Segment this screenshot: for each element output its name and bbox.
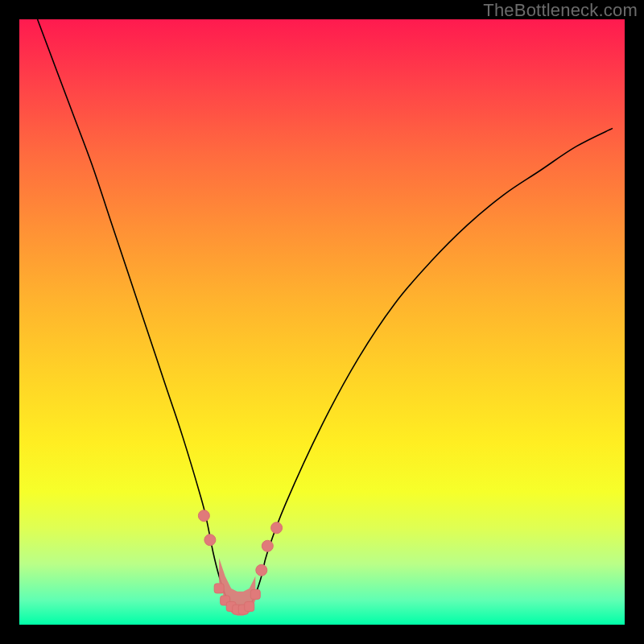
attribution-watermark: TheBottleneck.com <box>483 0 638 21</box>
curve-marker <box>245 601 254 611</box>
bottleneck-curve-plot <box>19 19 625 625</box>
curve-marker <box>250 589 260 599</box>
curve-marker <box>271 522 283 534</box>
curve-marker <box>204 535 216 546</box>
curve-marker <box>262 540 273 551</box>
bottleneck-curve <box>38 19 613 610</box>
curve-marker <box>256 564 267 576</box>
curve-marker <box>214 584 224 593</box>
curve-marker <box>198 510 209 522</box>
